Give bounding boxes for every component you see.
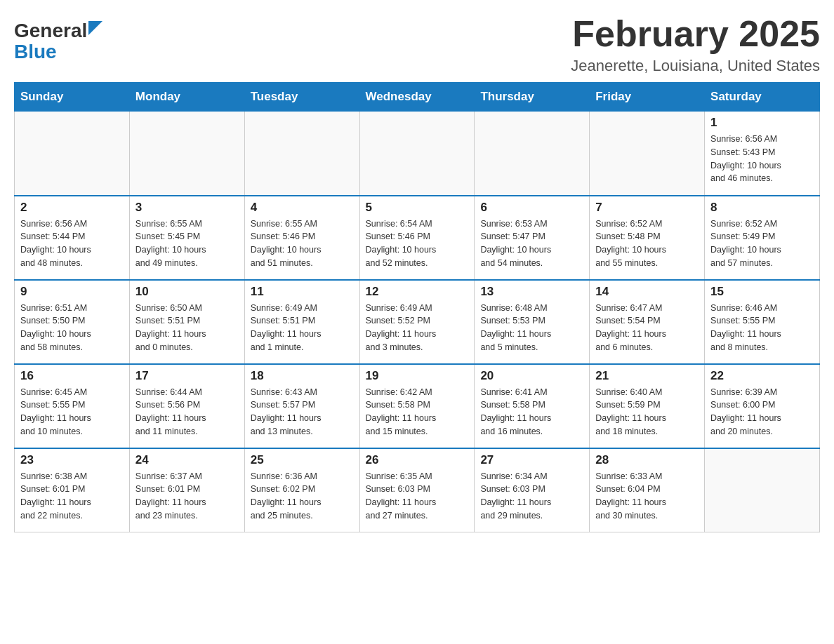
day-info: Sunrise: 6:47 AM Sunset: 5:54 PM Dayligh… <box>595 302 699 354</box>
calendar-header-saturday: Saturday <box>705 83 820 112</box>
calendar-cell <box>359 112 475 196</box>
calendar-cell: 17Sunrise: 6:44 AM Sunset: 5:56 PM Dayli… <box>129 364 244 448</box>
svg-marker-0 <box>88 21 102 35</box>
day-number: 19 <box>366 369 469 383</box>
day-number: 15 <box>710 285 814 299</box>
day-info: Sunrise: 6:45 AM Sunset: 5:55 PM Dayligh… <box>20 386 124 438</box>
logo-blue-label: Blue <box>14 41 57 62</box>
calendar-cell: 3Sunrise: 6:55 AM Sunset: 5:45 PM Daylig… <box>129 196 244 280</box>
page-header: General Blue February 2025 Jeanerette, L… <box>14 14 820 75</box>
day-number: 13 <box>480 285 583 299</box>
logo: General Blue <box>14 21 102 63</box>
calendar-cell: 18Sunrise: 6:43 AM Sunset: 5:57 PM Dayli… <box>244 364 359 448</box>
calendar-week-row: 2Sunrise: 6:56 AM Sunset: 5:44 PM Daylig… <box>15 196 820 280</box>
day-number: 10 <box>135 285 239 299</box>
calendar-cell <box>15 112 130 196</box>
day-number: 17 <box>135 369 239 383</box>
day-info: Sunrise: 6:54 AM Sunset: 5:46 PM Dayligh… <box>366 217 469 270</box>
month-title: February 2025 <box>571 14 820 54</box>
calendar-header-friday: Friday <box>590 83 705 112</box>
calendar-cell: 6Sunrise: 6:53 AM Sunset: 5:47 PM Daylig… <box>475 196 590 280</box>
calendar-cell: 7Sunrise: 6:52 AM Sunset: 5:48 PM Daylig… <box>590 196 705 280</box>
logo-blue-text: Blue <box>14 41 57 63</box>
calendar-week-row: 9Sunrise: 6:51 AM Sunset: 5:50 PM Daylig… <box>15 280 820 364</box>
day-info: Sunrise: 6:33 AM Sunset: 6:04 PM Dayligh… <box>595 470 699 523</box>
day-number: 28 <box>595 453 699 467</box>
calendar-cell <box>590 112 705 196</box>
day-info: Sunrise: 6:40 AM Sunset: 5:59 PM Dayligh… <box>595 386 699 438</box>
logo-general-text: General <box>14 21 87 41</box>
day-number: 9 <box>20 285 124 299</box>
day-number: 27 <box>480 453 583 467</box>
calendar-header-tuesday: Tuesday <box>244 83 359 112</box>
calendar-cell: 26Sunrise: 6:35 AM Sunset: 6:03 PM Dayli… <box>359 448 475 532</box>
calendar-cell: 25Sunrise: 6:36 AM Sunset: 6:02 PM Dayli… <box>244 448 359 532</box>
day-info: Sunrise: 6:49 AM Sunset: 5:51 PM Dayligh… <box>251 302 354 354</box>
day-info: Sunrise: 6:51 AM Sunset: 5:50 PM Dayligh… <box>20 302 124 354</box>
day-number: 18 <box>251 369 354 383</box>
day-number: 12 <box>366 285 469 299</box>
calendar-cell <box>129 112 244 196</box>
day-number: 20 <box>480 369 583 383</box>
day-number: 16 <box>20 369 124 383</box>
day-number: 22 <box>710 369 814 383</box>
calendar-cell: 28Sunrise: 6:33 AM Sunset: 6:04 PM Dayli… <box>590 448 705 532</box>
logo-arrow-icon <box>88 21 102 35</box>
day-info: Sunrise: 6:43 AM Sunset: 5:57 PM Dayligh… <box>251 386 354 438</box>
day-info: Sunrise: 6:37 AM Sunset: 6:01 PM Dayligh… <box>135 470 239 523</box>
calendar-header-wednesday: Wednesday <box>359 83 475 112</box>
day-number: 11 <box>251 285 354 299</box>
calendar-cell <box>475 112 590 196</box>
calendar-cell: 16Sunrise: 6:45 AM Sunset: 5:55 PM Dayli… <box>15 364 130 448</box>
day-number: 4 <box>251 201 354 215</box>
day-info: Sunrise: 6:36 AM Sunset: 6:02 PM Dayligh… <box>251 470 354 523</box>
calendar-cell: 11Sunrise: 6:49 AM Sunset: 5:51 PM Dayli… <box>244 280 359 364</box>
calendar-header-thursday: Thursday <box>475 83 590 112</box>
day-number: 14 <box>595 285 699 299</box>
calendar-cell: 10Sunrise: 6:50 AM Sunset: 5:51 PM Dayli… <box>129 280 244 364</box>
day-number: 25 <box>251 453 354 467</box>
day-number: 23 <box>20 453 124 467</box>
calendar-cell: 22Sunrise: 6:39 AM Sunset: 6:00 PM Dayli… <box>705 364 820 448</box>
day-number: 7 <box>595 201 699 215</box>
calendar-cell: 24Sunrise: 6:37 AM Sunset: 6:01 PM Dayli… <box>129 448 244 532</box>
calendar-cell: 23Sunrise: 6:38 AM Sunset: 6:01 PM Dayli… <box>15 448 130 532</box>
day-number: 21 <box>595 369 699 383</box>
day-info: Sunrise: 6:53 AM Sunset: 5:47 PM Dayligh… <box>480 217 583 270</box>
day-info: Sunrise: 6:55 AM Sunset: 5:46 PM Dayligh… <box>251 217 354 270</box>
location-subtitle: Jeanerette, Louisiana, United States <box>571 57 820 75</box>
day-number: 1 <box>710 116 814 130</box>
day-info: Sunrise: 6:49 AM Sunset: 5:52 PM Dayligh… <box>366 302 469 354</box>
day-number: 24 <box>135 453 239 467</box>
calendar-week-row: 23Sunrise: 6:38 AM Sunset: 6:01 PM Dayli… <box>15 448 820 532</box>
day-number: 5 <box>366 201 469 215</box>
calendar-week-row: 16Sunrise: 6:45 AM Sunset: 5:55 PM Dayli… <box>15 364 820 448</box>
day-number: 8 <box>710 201 814 215</box>
calendar-cell: 19Sunrise: 6:42 AM Sunset: 5:58 PM Dayli… <box>359 364 475 448</box>
logo-general-line: General <box>14 21 102 41</box>
day-info: Sunrise: 6:41 AM Sunset: 5:58 PM Dayligh… <box>480 386 583 438</box>
day-info: Sunrise: 6:52 AM Sunset: 5:49 PM Dayligh… <box>710 217 814 270</box>
day-info: Sunrise: 6:55 AM Sunset: 5:45 PM Dayligh… <box>135 217 239 270</box>
calendar-table: SundayMondayTuesdayWednesdayThursdayFrid… <box>14 82 820 532</box>
day-info: Sunrise: 6:34 AM Sunset: 6:03 PM Dayligh… <box>480 470 583 523</box>
day-info: Sunrise: 6:56 AM Sunset: 5:44 PM Dayligh… <box>20 217 124 270</box>
day-info: Sunrise: 6:42 AM Sunset: 5:58 PM Dayligh… <box>366 386 469 438</box>
day-number: 2 <box>20 201 124 215</box>
calendar-cell: 1Sunrise: 6:56 AM Sunset: 5:43 PM Daylig… <box>705 112 820 196</box>
day-number: 3 <box>135 201 239 215</box>
day-info: Sunrise: 6:35 AM Sunset: 6:03 PM Dayligh… <box>366 470 469 523</box>
calendar-cell: 5Sunrise: 6:54 AM Sunset: 5:46 PM Daylig… <box>359 196 475 280</box>
day-info: Sunrise: 6:44 AM Sunset: 5:56 PM Dayligh… <box>135 386 239 438</box>
calendar-cell: 15Sunrise: 6:46 AM Sunset: 5:55 PM Dayli… <box>705 280 820 364</box>
day-info: Sunrise: 6:38 AM Sunset: 6:01 PM Dayligh… <box>20 470 124 523</box>
calendar-header-monday: Monday <box>129 83 244 112</box>
calendar-header-row: SundayMondayTuesdayWednesdayThursdayFrid… <box>15 83 820 112</box>
calendar-cell: 9Sunrise: 6:51 AM Sunset: 5:50 PM Daylig… <box>15 280 130 364</box>
calendar-cell: 27Sunrise: 6:34 AM Sunset: 6:03 PM Dayli… <box>475 448 590 532</box>
calendar-cell: 12Sunrise: 6:49 AM Sunset: 5:52 PM Dayli… <box>359 280 475 364</box>
title-block: February 2025 Jeanerette, Louisiana, Uni… <box>571 14 820 75</box>
calendar-cell <box>244 112 359 196</box>
calendar-cell: 20Sunrise: 6:41 AM Sunset: 5:58 PM Dayli… <box>475 364 590 448</box>
calendar-week-row: 1Sunrise: 6:56 AM Sunset: 5:43 PM Daylig… <box>15 112 820 196</box>
